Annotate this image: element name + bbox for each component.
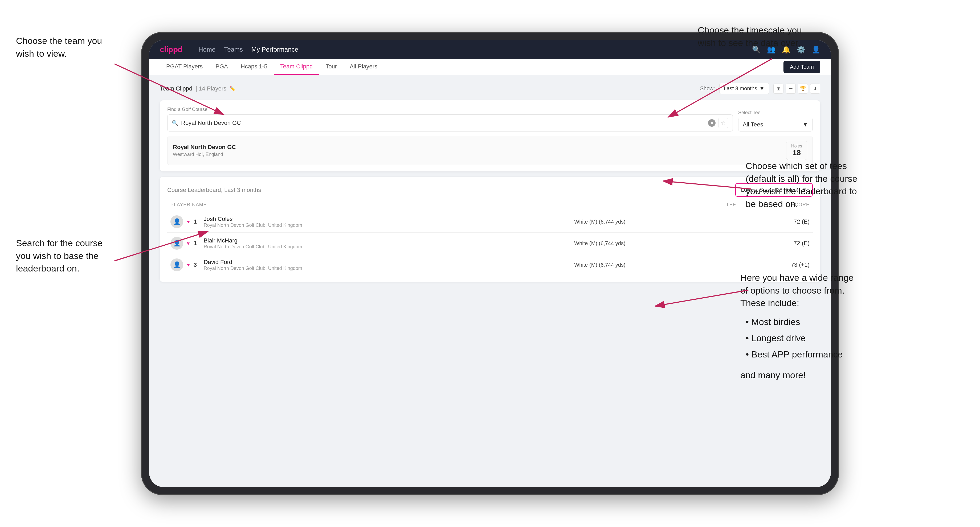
bullet-birdies: Most birdies: [746, 314, 854, 330]
tablet-device: clippd Home Teams My Performance 🔍 👥 🔔 ⚙…: [141, 32, 839, 495]
download-icon[interactable]: ⬇: [810, 84, 820, 94]
player-club-1: Royal North Devon Golf Club, United King…: [204, 244, 302, 250]
leaderboard-table: PLAYER NAME TEE SCORE 👤 ♥ 1 Josh Coles R…: [167, 202, 813, 275]
bullet-app: Best APP performance: [746, 346, 854, 362]
course-result-location: Westward Ho!, England: [173, 152, 236, 157]
team-name: Team Clippd: [160, 85, 192, 92]
col-tee: TEE: [571, 202, 739, 211]
player-rank-2: 3: [194, 261, 200, 268]
team-player-count: | 14 Players: [196, 85, 226, 92]
player-name-2: David Ford: [204, 259, 302, 266]
subnav-pgat-players[interactable]: PGAT Players: [160, 59, 209, 75]
tee-dropdown[interactable]: All Tees ▼: [738, 117, 813, 132]
player-name-1: Blair McHarg: [204, 237, 302, 244]
course-result-name: Royal North Devon GC: [173, 144, 236, 151]
player-rank-1: 1: [194, 240, 200, 247]
table-row: 👤 ♥ 1 Blair McHarg Royal North Devon Gol…: [167, 233, 813, 254]
table-row: 👤 ♥ 1 Josh Coles Royal North Devon Golf …: [167, 211, 813, 233]
heart-icon-1[interactable]: ♥: [187, 241, 190, 246]
annotation-top-left: Choose the team you wish to view.: [16, 35, 102, 60]
table-row: 👤 ♥ 3 David Ford Royal North Devon Golf …: [167, 254, 813, 276]
subnav-pga[interactable]: PGA: [209, 59, 234, 75]
annotation-and-more: and many more!: [740, 369, 854, 382]
show-label: Show:: [700, 86, 715, 92]
leaderboard-title: Course Leaderboard, Last 3 months: [167, 187, 261, 194]
trophy-icon[interactable]: 🏆: [798, 84, 808, 94]
player-cell-0: 👤 ♥ 1 Josh Coles Royal North Devon Golf …: [167, 211, 571, 233]
view-icons: ⊞ ☰ 🏆 ⬇: [773, 84, 820, 94]
nav-home[interactable]: Home: [199, 45, 215, 54]
course-result-info: Royal North Devon GC Westward Ho!, Engla…: [173, 144, 236, 157]
player-rank-0: 1: [194, 218, 200, 225]
player-avatar-2: 👤: [170, 259, 183, 271]
subnav-hcaps[interactable]: Hcaps 1-5: [234, 59, 274, 75]
player-cell-2: 👤 ♥ 3 David Ford Royal North Devon Golf …: [167, 254, 571, 276]
annotation-bot-left: Search for the course you wish to base t…: [16, 237, 103, 275]
course-search-field: Find a Golf Course 🔍 Royal North Devon G…: [167, 107, 733, 132]
clear-search-button[interactable]: ✕: [708, 119, 716, 127]
search-card: Find a Golf Course 🔍 Royal North Devon G…: [160, 100, 820, 171]
tablet-screen: clippd Home Teams My Performance 🔍 👥 🔔 ⚙…: [149, 40, 831, 487]
player-club-0: Royal North Devon Golf Club, United King…: [204, 222, 302, 228]
player-club-2: Royal North Devon Golf Club, United King…: [204, 266, 302, 271]
holes-label: Holes: [791, 144, 802, 149]
score-cell-0: 72 (E): [739, 211, 813, 233]
grid-view-icon[interactable]: ⊞: [773, 84, 783, 94]
search-row: Find a Golf Course 🔍 Royal North Devon G…: [167, 107, 813, 132]
team-title-area: Team Clippd | 14 Players ✏️: [160, 85, 235, 92]
annotation-top-right: Choose the timescale you wish to see the…: [698, 24, 802, 49]
player-name-0: Josh Coles: [204, 216, 302, 222]
player-cell-1: 👤 ♥ 1 Blair McHarg Royal North Devon Gol…: [167, 233, 571, 254]
holes-number: 18: [791, 149, 802, 157]
team-header: Team Clippd | 14 Players ✏️ Show: Last 3…: [160, 83, 820, 94]
tee-select-field: Select Tee All Tees ▼: [738, 110, 813, 132]
holes-badge: Holes 18: [786, 141, 807, 160]
navbar-links: Home Teams My Performance: [199, 45, 741, 54]
col-player: PLAYER NAME: [167, 202, 571, 211]
select-tee-label: Select Tee: [738, 110, 813, 116]
list-view-icon[interactable]: ☰: [786, 84, 796, 94]
leaderboard-section: Course Leaderboard, Last 3 months Lowest…: [160, 177, 820, 282]
course-search-value: Royal North Devon GC: [181, 119, 705, 126]
tee-cell-0: White (M) (6,744 yds): [571, 211, 739, 233]
heart-icon-0[interactable]: ♥: [187, 219, 190, 225]
course-search-input-wrap[interactable]: 🔍 Royal North Devon GC ✕ ☆: [167, 114, 733, 132]
annotation-bot-right: Here you have a wide range of options to…: [740, 271, 854, 382]
search-icon-small: 🔍: [172, 120, 178, 126]
app-logo: clippd: [160, 45, 182, 54]
player-avatar-0: 👤: [170, 215, 183, 228]
course-result: Royal North Devon GC Westward Ho!, Engla…: [167, 136, 813, 165]
tee-cell-1: White (M) (6,744 yds): [571, 233, 739, 254]
tee-cell-2: White (M) (6,744 yds): [571, 254, 739, 276]
team-header-right: Show: Last 3 months ▼ ⊞ ☰ 🏆 ⬇: [700, 83, 820, 94]
add-team-button[interactable]: Add Team: [783, 61, 820, 73]
subnav-tour[interactable]: Tour: [319, 59, 343, 75]
favorite-icon[interactable]: ☆: [718, 118, 728, 128]
leaderboard-header: Course Leaderboard, Last 3 months Lowest…: [167, 183, 813, 197]
nav-my-performance[interactable]: My Performance: [251, 45, 298, 54]
heart-icon-2[interactable]: ♥: [187, 262, 190, 268]
edit-team-icon[interactable]: ✏️: [229, 86, 235, 92]
annotation-mid-right: Choose which set of tees (default is all…: [746, 160, 858, 210]
subnav-all-players[interactable]: All Players: [343, 59, 384, 75]
player-avatar-1: 👤: [170, 237, 183, 250]
avatar-icon[interactable]: 👤: [812, 46, 820, 54]
subnav: PGAT Players PGA Hcaps 1-5 Team Clippd T…: [149, 59, 831, 75]
nav-teams[interactable]: Teams: [224, 45, 243, 54]
bullet-drive: Longest drive: [746, 330, 854, 346]
score-cell-1: 72 (E): [739, 233, 813, 254]
show-select[interactable]: Last 3 months ▼: [719, 83, 769, 94]
main-content: Team Clippd | 14 Players ✏️ Show: Last 3…: [149, 75, 831, 487]
subnav-team-clippd[interactable]: Team Clippd: [274, 59, 319, 75]
find-course-label: Find a Golf Course: [167, 107, 733, 112]
